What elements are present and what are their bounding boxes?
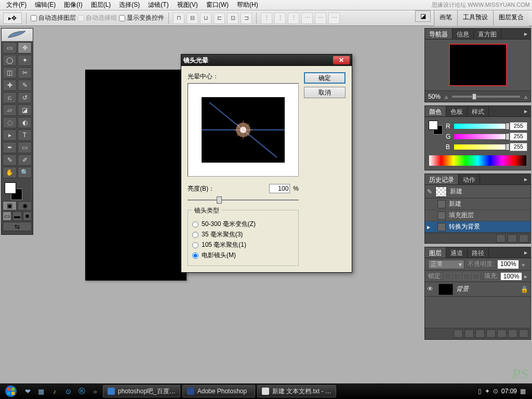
jump-to-imageready-icon[interactable]: ⇆: [3, 222, 32, 231]
quickmask-mode-icon[interactable]: ◉: [18, 201, 32, 210]
flare-preview[interactable]: [202, 97, 285, 163]
menu-file[interactable]: 文件(F): [2, 0, 31, 10]
cancel-button[interactable]: 取消: [304, 87, 345, 98]
opacity-input[interactable]: 100%: [497, 260, 519, 269]
quicklaunch-expand-icon[interactable]: »: [89, 385, 101, 397]
close-icon[interactable]: ✕: [333, 56, 350, 64]
align-right-icon[interactable]: ⊐: [241, 12, 252, 24]
layer-thumbnail[interactable]: [438, 284, 453, 295]
tab-tool-presets[interactable]: 工具预设: [457, 10, 493, 26]
tab-actions[interactable]: 动作: [459, 174, 480, 184]
visibility-icon[interactable]: 👁: [427, 285, 435, 294]
show-transform-checkbox[interactable]: 显示变换控件: [119, 14, 164, 22]
quicklaunch-icon[interactable]: ❤: [22, 385, 33, 397]
panel-menu-icon[interactable]: ▸: [521, 174, 530, 184]
fill-input[interactable]: 100%: [500, 272, 522, 281]
tab-info[interactable]: 信息: [453, 29, 474, 39]
taskbar-task[interactable]: Adobe Photoshop: [182, 385, 255, 397]
tool-preset-picker[interactable]: ▸✥: [3, 12, 22, 24]
standard-mode-icon[interactable]: ▣: [3, 201, 17, 210]
b-value[interactable]: 255: [510, 143, 527, 151]
lasso-tool[interactable]: ◯: [3, 55, 17, 66]
blur-tool[interactable]: ◌: [3, 117, 17, 128]
lens-option-3[interactable]: 电影镜头(M): [192, 251, 294, 260]
history-snapshot-thumb[interactable]: [435, 187, 447, 197]
document-canvas[interactable]: [85, 70, 187, 281]
align-hcenter-icon[interactable]: ⊡: [227, 12, 238, 24]
tab-history[interactable]: 历史记录: [425, 174, 459, 184]
taskbar-task[interactable]: photoshop吧_百度…: [103, 385, 180, 397]
tab-layer-comps[interactable]: 图层复合: [493, 10, 529, 26]
r-slider[interactable]: [454, 124, 508, 129]
align-bottom-icon[interactable]: ⊔: [200, 12, 211, 24]
gradient-tool[interactable]: ◪: [18, 104, 32, 116]
brush-tool[interactable]: ✎: [18, 79, 32, 91]
layer-mask-icon[interactable]: [475, 329, 485, 338]
eyedropper-tool[interactable]: ✐: [18, 154, 32, 166]
lens-option-2[interactable]: 105 毫米聚焦(1): [192, 241, 294, 249]
color-spectrum[interactable]: [429, 155, 526, 166]
blend-mode-select[interactable]: 正常▾: [428, 260, 464, 269]
new-group-icon[interactable]: [497, 329, 507, 338]
delete-layer-icon[interactable]: [519, 329, 528, 338]
tab-brushes[interactable]: 画笔: [434, 10, 457, 26]
link-layers-icon[interactable]: [454, 329, 463, 338]
zoom-in-icon[interactable]: ▵: [524, 93, 527, 100]
panel-fg-swatch[interactable]: [429, 121, 438, 130]
notes-tool[interactable]: ✎: [3, 154, 17, 166]
quicklaunch-icon[interactable]: ♪: [49, 385, 60, 397]
lock-all-icon[interactable]: [472, 273, 480, 280]
distribute-bottom-icon[interactable]: ⋮: [288, 12, 299, 24]
quicklaunch-icon[interactable]: Ⓚ: [76, 385, 87, 397]
distribute-hcenter-icon[interactable]: ⋯: [315, 12, 326, 24]
path-select-tool[interactable]: ▸: [3, 129, 17, 141]
ok-button[interactable]: 确定: [304, 72, 345, 84]
history-step[interactable]: 填充图层: [425, 210, 530, 221]
tray-icon[interactable]: ⊙: [493, 388, 498, 395]
pen-tool[interactable]: ✒: [3, 142, 17, 153]
panel-menu-icon[interactable]: ▸: [521, 247, 530, 258]
zoom-tool[interactable]: 🔍: [18, 167, 32, 178]
palette-well-icon[interactable]: ◪: [415, 10, 431, 22]
layer-row[interactable]: 👁 背景 🔒: [425, 282, 530, 297]
start-button[interactable]: [2, 384, 20, 398]
zoom-slider[interactable]: [452, 96, 520, 98]
tab-color[interactable]: 颜色: [425, 106, 446, 116]
auto-select-group-checkbox[interactable]: 自动选择组: [78, 14, 117, 22]
taskbar-task[interactable]: 新建 文本文档.txt - …: [257, 385, 336, 397]
healing-brush-tool[interactable]: ✚: [3, 79, 17, 91]
distribute-vcenter-icon[interactable]: ⋮: [274, 12, 286, 24]
menu-image[interactable]: 图像(I): [60, 0, 86, 10]
panel-menu-icon[interactable]: ▸: [521, 106, 530, 116]
color-swatches[interactable]: [4, 181, 31, 199]
menu-edit[interactable]: 编辑(E): [31, 0, 60, 10]
type-tool[interactable]: T: [18, 129, 32, 141]
eraser-tool[interactable]: ▱: [3, 104, 17, 116]
align-vcenter-icon[interactable]: ⊟: [187, 12, 198, 24]
quicklaunch-icon[interactable]: ▦: [35, 385, 47, 397]
menu-window[interactable]: 窗口(W): [202, 0, 233, 10]
brightness-input[interactable]: [269, 184, 290, 193]
layer-style-icon[interactable]: [464, 329, 474, 338]
menu-help[interactable]: 帮助(H): [233, 0, 262, 10]
history-brush-tool[interactable]: ↺: [18, 92, 32, 103]
dialog-titlebar[interactable]: 镜头光晕 ✕: [181, 55, 352, 66]
delete-state-icon[interactable]: [519, 234, 528, 243]
tab-paths[interactable]: 路径: [468, 247, 489, 258]
screen-standard-icon[interactable]: ▭: [3, 211, 11, 221]
panel-color-swatches[interactable]: [428, 120, 444, 146]
auto-select-layer-checkbox[interactable]: 自动选择图层: [31, 14, 76, 22]
new-doc-from-state-icon[interactable]: [496, 234, 506, 243]
distribute-right-icon[interactable]: ⋯: [328, 12, 340, 24]
tray-icon[interactable]: ▯: [478, 388, 482, 395]
menu-filter[interactable]: 滤镜(T): [144, 0, 172, 10]
menu-layer[interactable]: 图层(L): [87, 0, 115, 10]
lock-pixels-icon[interactable]: [454, 273, 461, 280]
hand-tool[interactable]: ✋: [3, 167, 17, 178]
screen-full-menubar-icon[interactable]: ▬: [12, 211, 21, 221]
align-top-icon[interactable]: ⊓: [173, 12, 184, 24]
layer-name[interactable]: 背景: [456, 285, 469, 294]
clone-stamp-tool[interactable]: ⎌: [3, 92, 17, 103]
lens-option-1[interactable]: 35 毫米聚焦(3): [192, 230, 294, 239]
new-snapshot-icon[interactable]: [508, 234, 517, 243]
